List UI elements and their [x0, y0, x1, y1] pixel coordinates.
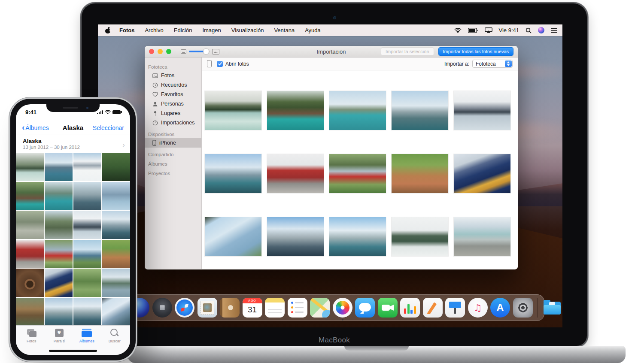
sidebar-header-albumes[interactable]: Álbumes — [148, 161, 201, 166]
menu-edicion[interactable]: Edición — [169, 27, 197, 33]
photo-tile[interactable] — [45, 269, 73, 297]
menu-visualizacion[interactable]: Visualización — [226, 27, 269, 33]
tab-fotos[interactable]: Fotos — [19, 329, 43, 355]
select-button[interactable]: Seleccionar — [93, 124, 124, 131]
photo-tile[interactable] — [102, 269, 130, 297]
photo-tile[interactable] — [102, 240, 130, 268]
menubar-clock[interactable]: Vie 9:41 — [499, 27, 519, 33]
dock-messages-icon[interactable] — [355, 298, 375, 318]
window-titlebar[interactable]: Importación Importar la selección Import… — [145, 46, 518, 57]
zoom-button[interactable] — [166, 49, 171, 54]
photo-thumbnail[interactable] — [454, 91, 510, 130]
photo-thumbnail[interactable] — [267, 154, 324, 193]
sidebar-item-personas[interactable]: Personas — [145, 99, 201, 109]
menu-ventana[interactable]: Ventana — [269, 27, 300, 33]
wifi-icon[interactable] — [454, 27, 462, 33]
photo-tile[interactable] — [73, 240, 101, 268]
import-all-button[interactable]: Importar todas las fotos nuevas — [438, 47, 513, 56]
dock-notes-icon[interactable] — [265, 298, 285, 318]
import-target-select[interactable]: Fototeca — [472, 60, 513, 68]
photo-tile[interactable] — [45, 240, 73, 268]
photo-thumbnail[interactable] — [329, 154, 386, 193]
airplay-icon[interactable] — [485, 27, 492, 33]
photo-thumbnail[interactable] — [392, 154, 448, 193]
sidebar-item-importaciones[interactable]: Importaciones — [145, 118, 201, 127]
sidebar-item-recuerdos[interactable]: Recuerdos — [145, 80, 201, 90]
dock-mail-icon[interactable] — [197, 298, 217, 318]
photo-tile[interactable] — [45, 211, 73, 239]
back-button[interactable]: ‹ Álbumes — [22, 124, 49, 131]
photo-tile[interactable] — [73, 182, 101, 210]
photo-tile[interactable] — [45, 182, 73, 210]
sidebar-item-iphone[interactable]: iPhone — [145, 138, 201, 148]
photo-tile[interactable] — [16, 153, 44, 181]
sidebar-header-proyectos[interactable]: Proyectos — [148, 171, 201, 176]
photo-tile[interactable] — [45, 153, 73, 181]
close-button[interactable] — [149, 49, 154, 54]
menu-ayuda[interactable]: Ayuda — [300, 27, 326, 33]
home-indicator[interactable] — [49, 350, 97, 352]
dock-pages-icon[interactable] — [423, 298, 443, 318]
photo-tile[interactable] — [16, 182, 44, 210]
photo-tile[interactable] — [73, 211, 101, 239]
slider-thumb[interactable] — [204, 49, 209, 54]
sidebar-item-fotos[interactable]: Fotos — [145, 71, 201, 80]
menu-fotos[interactable]: Fotos — [114, 27, 140, 33]
photo-thumbnail[interactable] — [205, 217, 261, 256]
list-icon[interactable] — [551, 28, 557, 33]
photo-tile[interactable] — [16, 240, 44, 268]
menu-imagen[interactable]: Imagen — [197, 27, 226, 33]
photo-tile[interactable] — [16, 298, 44, 326]
dock-numbers-icon[interactable] — [400, 298, 420, 318]
photo-tile[interactable] — [45, 298, 73, 326]
photo-thumbnail[interactable] — [267, 91, 324, 130]
minimize-button[interactable] — [158, 49, 163, 54]
sidebar-item-lugares[interactable]: Lugares — [145, 109, 201, 118]
siri-icon[interactable] — [538, 27, 544, 33]
thumbnail-size-slider[interactable] — [189, 51, 210, 52]
sidebar-header-fototeca[interactable]: Fototeca — [148, 64, 201, 70]
album-header[interactable]: Alaska 13 jun 2012 – 30 jun 2012 › — [16, 135, 130, 152]
tab-buscar[interactable]: Buscar — [103, 329, 127, 355]
photo-tile[interactable] — [16, 269, 44, 297]
sidebar-item-favoritos[interactable]: Favoritos — [145, 90, 201, 99]
menu-archivo[interactable]: Archivo — [140, 27, 168, 33]
photo-thumbnail[interactable] — [205, 91, 261, 130]
photo-thumbnail[interactable] — [329, 217, 386, 256]
photo-thumbnail[interactable] — [329, 91, 386, 130]
battery-icon[interactable] — [468, 28, 478, 33]
open-photos-checkbox[interactable] — [217, 61, 223, 67]
search-icon[interactable] — [526, 27, 532, 33]
dock-reminders-icon[interactable] — [288, 298, 307, 318]
photo-thumbnail[interactable] — [392, 217, 448, 256]
import-selection-button[interactable]: Importar la selección — [381, 47, 434, 56]
sidebar-header-dispositivos[interactable]: Dispositivos — [148, 132, 201, 137]
photo-thumbnail[interactable] — [267, 217, 324, 256]
dock-keynote-icon[interactable] — [445, 298, 465, 318]
dock-facetime-icon[interactable] — [378, 298, 398, 318]
dock-safari-icon[interactable] — [175, 298, 194, 318]
dock-maps-icon[interactable] — [310, 298, 330, 318]
dock-itunes-icon[interactable]: ♫ — [468, 298, 488, 318]
photo-thumbnail[interactable] — [205, 154, 261, 193]
photo-tile[interactable] — [73, 153, 101, 181]
photo-tile[interactable] — [102, 182, 130, 210]
dock-contacts-icon[interactable] — [220, 298, 240, 318]
apple-menu-icon[interactable] — [105, 27, 111, 34]
photo-tile[interactable] — [102, 153, 130, 181]
dock-launchpad-icon[interactable] — [152, 298, 172, 318]
dock-photos-icon[interactable] — [333, 298, 352, 318]
photo-thumbnail[interactable] — [454, 154, 510, 193]
dock-documents-folder-icon[interactable] — [542, 298, 562, 318]
dock-appstore-icon[interactable]: A — [490, 298, 510, 318]
photo-tile[interactable] — [16, 211, 44, 239]
photo-tile[interactable] — [73, 269, 101, 297]
photo-thumbnail[interactable] — [454, 217, 510, 256]
sidebar-header-compartido[interactable]: Compartido — [148, 152, 201, 157]
photo-tile[interactable] — [73, 298, 101, 326]
dock-calendar-icon[interactable]: AGO 31 — [243, 298, 262, 318]
dock-system-preferences-icon[interactable] — [513, 298, 533, 318]
photo-thumbnail[interactable] — [392, 91, 448, 130]
photo-tile[interactable] — [102, 298, 130, 326]
photo-tile[interactable] — [102, 211, 130, 239]
